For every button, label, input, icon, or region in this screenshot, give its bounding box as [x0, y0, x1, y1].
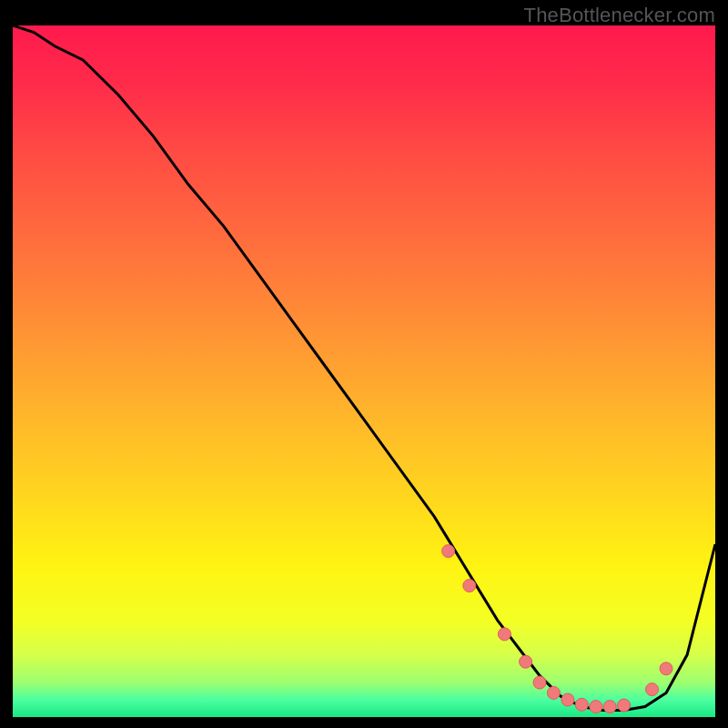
marker-dot: [520, 655, 532, 668]
marker-dot: [442, 545, 455, 558]
gradient-background: [13, 25, 715, 717]
bottleneck-chart: [13, 25, 715, 717]
marker-dot: [575, 698, 588, 711]
marker-dot: [533, 676, 546, 689]
marker-dot: [646, 683, 659, 696]
marker-dot: [603, 701, 616, 713]
marker-dot: [463, 580, 476, 592]
marker-dot: [547, 686, 560, 699]
plot-area: [13, 25, 715, 717]
marker-dot: [498, 628, 511, 641]
marker-dot: [590, 701, 602, 713]
watermark-text: TheBottlenecker.com: [524, 4, 715, 27]
marker-dot: [561, 693, 574, 706]
marker-dot: [660, 662, 672, 675]
marker-dot: [618, 699, 631, 712]
chart-frame: TheBottlenecker.com: [0, 0, 728, 728]
